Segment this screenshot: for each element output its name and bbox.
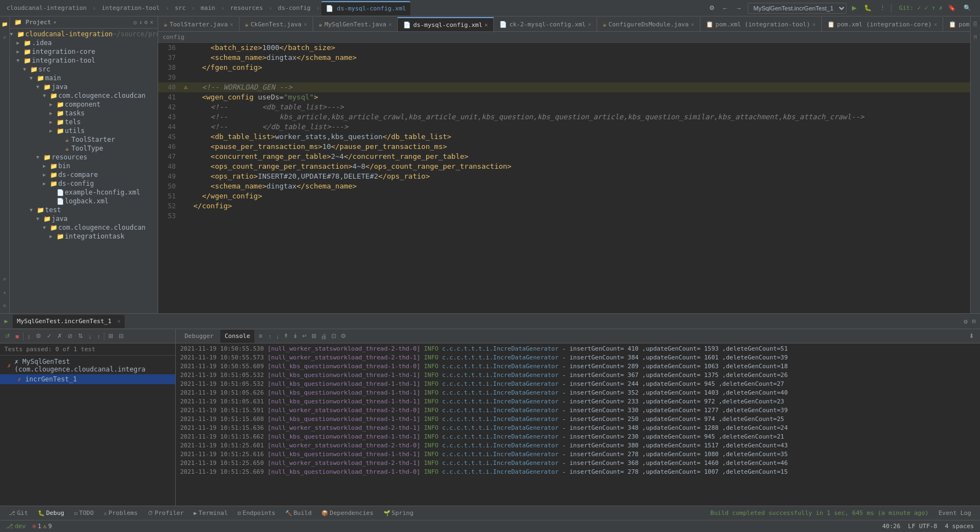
run-btn[interactable]: ▶ [850,3,859,13]
tree-item-ds-compare[interactable]: ▶ 📁 ds-compare [10,170,158,179]
sidebar-settings-icon[interactable]: ⚙ [1,301,9,310]
tree-item-test-java[interactable]: ▼ 📁 java [10,214,158,223]
close-icon[interactable]: × [150,19,153,25]
tab-close-icon[interactable]: × [485,22,488,28]
nav-problems[interactable]: ⚠ Problems [99,507,142,519]
nav-profiler[interactable]: ⏱ Profiler [143,507,188,519]
top-tab-ds-config[interactable]: ds-config [274,1,315,15]
tree-item-integrationtask[interactable]: ▶ 📁 integrationtask [10,232,158,241]
debug-tree-collapse[interactable]: ↕ [26,332,32,340]
tab-toolstarter[interactable]: ☕ ToolStarter.java × [158,17,240,31]
tree-item-cloudcanal[interactable]: ▼ 📁 cloudcanal-integration ~/source/prod [10,30,158,38]
tree-item-logback[interactable]: 📄 logback.xml [10,197,158,206]
prev-error-btn[interactable]: ↟ [282,332,290,340]
import-btn[interactable]: ↓ [87,332,93,340]
tree-item-bin[interactable]: ▶ 📁 bin [10,162,158,170]
tab-mysqlgentest[interactable]: ☕ MySqlGenTest.java × [313,17,398,31]
print-btn[interactable]: 🖨 [319,332,328,340]
show-pass-btn[interactable]: ✓ [45,332,53,340]
tree-item-java[interactable]: ▼ 📁 java [10,82,158,91]
export-btn[interactable]: ↑ [96,332,102,340]
next-error-btn[interactable]: ↡ [291,332,299,340]
tree-item-tels[interactable]: ▶ 📁 tels [10,118,158,126]
debug-expand-icon[interactable]: ⊟ [972,318,976,325]
tab-close-icon[interactable]: × [934,21,937,27]
tab-close-icon[interactable]: × [230,21,233,27]
tab-close-icon[interactable]: × [304,21,307,27]
tree-item-tooltype[interactable]: ☕ ToolType [10,144,158,153]
git-branch-item[interactable]: ⎇ dev [4,523,27,530]
rerun-btn[interactable]: ↺ [3,332,12,340]
nav-todo[interactable]: ☑ TODO [70,507,98,519]
debugger-tab[interactable]: Debugger [180,330,218,343]
nav-dependencies[interactable]: 📦 Dependencies [317,507,377,519]
debug-tab-header[interactable]: MySqlGenTest.incrGenTest_1 × [13,315,125,328]
debug-settings-icon[interactable]: ⚙ [964,318,967,325]
filter-btn[interactable]: ⊞ [310,332,318,340]
locate-icon[interactable]: ◎ [133,19,137,25]
nav-back-btn[interactable]: ← [720,4,731,13]
debug-tree-settings[interactable]: ⚙ [34,332,43,340]
tree-item-integration-tool[interactable]: ▼ 📁 integration-tool [10,56,158,65]
expand-all-btn[interactable]: ⊞ [107,332,115,340]
sidebar-database-icon[interactable]: 🗄 [971,20,980,29]
scroll-up-btn[interactable]: ↑ [267,332,274,340]
encoding-item[interactable]: LF UTF-8 [906,523,939,530]
collapse-icon[interactable]: ↕ [139,19,142,25]
top-tab-ds-mysql-config[interactable]: 📄 ds-mysql-config.xml [321,1,410,15]
scroll-to-end-btn[interactable]: ⬇ [967,332,976,340]
tree-item-idea[interactable]: ▶ 📁 .idea [10,38,158,47]
tree-item-src[interactable]: ▼ 📁 src [10,65,158,74]
tree-item-component[interactable]: ▶ 📁 component [10,100,158,109]
debug-tree-test[interactable]: ✗ incrGenTest_1 [0,374,175,384]
tab-configuredsmodule[interactable]: ☕ ConfigureDsModule.java × [597,17,700,31]
top-tab-main[interactable]: main [196,1,220,15]
tree-item-utils[interactable]: ▶ 📁 utils [10,126,158,135]
code-editor[interactable]: 36 <batch_size>1000</batch_size> 37 <sch… [158,43,970,313]
debug-tab-close[interactable]: × [117,318,120,324]
tab-close-icon[interactable]: × [812,21,816,27]
more-btn[interactable]: ⋮ [877,3,888,13]
nav-forward-btn[interactable]: → [734,4,744,13]
tab-pom-core[interactable]: 📋 pom.xml (integration-core) × [822,17,943,31]
sidebar-project-icon[interactable]: 📁 [1,20,9,29]
tree-item-toolstarter[interactable]: ☕ ToolStarter [10,135,158,144]
tree-item-ds-config[interactable]: ▶ 📁 ds-config [10,179,158,188]
indent-item[interactable]: 4 spaces [943,523,976,530]
run-config-select[interactable]: MySqlGenTest.incrGenTest_1 [748,3,847,14]
settings-btn[interactable]: ⚙ [707,3,717,13]
show-ignore-btn[interactable]: ⊘ [66,332,74,340]
tree-item-test-com[interactable]: ▼ 📁 com.clougence.cloudcan [10,223,158,232]
position-item[interactable]: 40:26 [881,523,902,530]
scroll-down-btn[interactable]: ↓ [274,332,281,340]
tree-item-com-clougence[interactable]: ▼ 📁 com.clougence.cloudcan [10,91,158,100]
tab-ckgentest[interactable]: ☕ CkGenTest.java × [240,17,313,31]
tab-ck2mysql[interactable]: 📄 ck-2-mysql-config.xml × [494,17,597,31]
sidebar-favorites-icon[interactable]: ★ [1,288,9,297]
stop-btn[interactable]: ■ [14,332,21,340]
nav-debug[interactable]: 🐛 Debug [34,507,69,519]
clear-btn[interactable]: ⊡ [330,332,338,340]
tree-item-integration-core[interactable]: ▶ 📁 integration-core [10,47,158,56]
soft-wrap-btn[interactable]: ↵ [300,332,309,340]
nav-git[interactable]: ⎇ Git [4,507,32,519]
nav-event-log[interactable]: Event Log [934,507,976,519]
top-tab-src[interactable]: src [170,1,190,15]
sidebar-maven-icon[interactable]: M [971,33,980,42]
nav-spring[interactable]: 🌱 Spring [379,507,418,519]
sidebar-structure-icon[interactable]: ≡ [1,275,9,284]
tree-item-resources[interactable]: ▼ 📁 resources [10,153,158,162]
tree-item-tasks[interactable]: ▶ 📁 tasks [10,109,158,118]
settings-icon[interactable]: ⚙ [144,19,148,25]
show-fail-btn[interactable]: ✗ [55,332,64,340]
tab-close-icon[interactable]: × [588,21,591,27]
settings-console-btn[interactable]: ⚙ [339,332,348,340]
nav-terminal[interactable]: ▶ Terminal [190,507,232,519]
bookmark-btn[interactable]: 🔖 [946,3,958,13]
debug-btn[interactable]: 🐛 [862,3,874,13]
top-tab-cloudcanal[interactable]: cloudcanal-integration [2,1,91,15]
tab-pom-cloudcanal[interactable]: 📋 pom.xml (cloudcanal-integration) × [943,17,970,31]
error-count-item[interactable]: ⊗ 1 ⚠ 9 [31,523,54,530]
console-tab[interactable]: Console [220,330,254,343]
nav-endpoints[interactable]: ⊡ Endpoints [233,507,280,519]
